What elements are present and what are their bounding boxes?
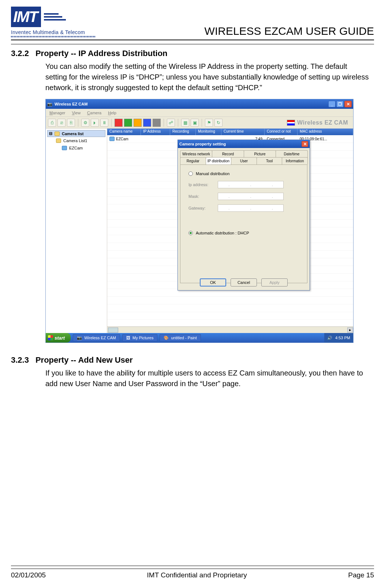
start-button[interactable]: start xyxy=(46,333,71,343)
section-heading-322: 3.2.2 Property -- IP Address Distributio… xyxy=(11,49,374,58)
toolbar-icon[interactable]: ▦ xyxy=(181,119,189,127)
tab-user[interactable]: User xyxy=(231,157,257,164)
footer-rule xyxy=(11,566,374,566)
menu-view[interactable]: View xyxy=(72,111,81,115)
tab-tool[interactable]: Tool xyxy=(257,157,283,164)
col-connect[interactable]: Connect or not xyxy=(265,129,298,135)
logo-block: IMT Inventec Multimedia & Telecom xyxy=(11,7,95,37)
horizontal-scrollbar[interactable]: ▸ xyxy=(107,326,353,333)
radio-icon[interactable] xyxy=(188,171,193,176)
col-ip-address[interactable]: IP Address xyxy=(141,129,170,135)
scroll-right-icon[interactable]: ▸ xyxy=(347,328,353,333)
color-swatch-icon[interactable] xyxy=(134,119,142,127)
col-monitoring[interactable]: Monitoring xyxy=(196,129,221,135)
cancel-button[interactable]: Cancel xyxy=(231,278,257,286)
window-title: Wireless EZ CAM xyxy=(55,102,87,106)
camera-icon: 📷 xyxy=(47,102,52,107)
color-swatch-icon[interactable] xyxy=(124,119,132,127)
toolbar-icon[interactable]: ⚑ xyxy=(205,119,213,127)
tab-picture[interactable]: Picture xyxy=(244,150,276,158)
minimize-button[interactable]: _ xyxy=(328,101,336,107)
radio-auto-dhcp[interactable]: Automatic distribution : DHCP xyxy=(188,231,299,235)
tab-record[interactable]: Record xyxy=(212,150,244,158)
footer-date: 02/01/2005 xyxy=(11,571,46,579)
field-gateway: Gateway: ... xyxy=(188,204,299,212)
tree-item-cameralist1[interactable]: Camera List1 xyxy=(47,137,105,144)
tab-ip-distribution[interactable]: IP distribution xyxy=(206,157,232,164)
tab-information[interactable]: Information xyxy=(282,157,308,164)
close-button[interactable]: ✕ xyxy=(344,101,352,107)
menu-camera[interactable]: Camera xyxy=(87,111,101,115)
tab-date-time[interactable]: Date/time xyxy=(276,150,308,158)
taskbar: start 📷 Wireless EZ CAM 🖼 My Pictures 🎨 … xyxy=(46,333,353,343)
taskbar-item-mypictures[interactable]: 🖼 My Pictures xyxy=(122,334,157,341)
color-swatch-icon[interactable] xyxy=(143,119,151,127)
toolbar-icon[interactable]: ↻ xyxy=(214,119,223,127)
dialog-close-button[interactable]: ✕ xyxy=(302,141,308,147)
camera-grid: Camera name IP Address Recording Monitor… xyxy=(107,129,353,333)
tab-regular[interactable]: Regular xyxy=(180,157,206,164)
radio-manual[interactable]: Manual distribution xyxy=(188,171,299,176)
toolbar-icon[interactable]: ⎚ xyxy=(57,119,66,127)
menu-manager[interactable]: Manager xyxy=(49,111,65,115)
menu-help[interactable]: Help xyxy=(108,111,116,115)
tabs-row-top: Wireless network Record Picture Date/tim… xyxy=(180,150,307,158)
section-heading-323: 3.2.3 Property -- Add New User xyxy=(11,355,374,365)
col-current-time[interactable]: Current time xyxy=(221,129,265,135)
maximize-button[interactable]: ❐ xyxy=(336,101,344,107)
system-tray[interactable]: 🔊 4:53 PM xyxy=(324,333,353,343)
paint-icon: 🎨 xyxy=(164,336,169,340)
logo-mark: IMT xyxy=(11,7,41,27)
toolbar: ⎙ ⎚ ⎘ ⚙ ⏵ ⏸ ☍ ▦ ▣ ⚑ ↻ Wireless EZ CAM xyxy=(46,117,353,129)
minus-icon: ⊟ xyxy=(49,131,52,136)
dialog-titlebar[interactable]: Camera property setting ✕ xyxy=(178,140,310,148)
toolbar-icon[interactable]: ⎙ xyxy=(48,119,56,127)
camera-icon xyxy=(62,146,67,150)
tab-wireless-network[interactable]: Wireless network xyxy=(180,150,212,158)
ip-address-input[interactable]: ... xyxy=(218,181,284,188)
page-footer: 02/01/2005 IMT Confidential and Propriet… xyxy=(11,569,374,579)
taskbar-item-ezcam[interactable]: 📷 Wireless EZ CAM xyxy=(73,334,120,341)
grid-header: Camera name IP Address Recording Monitor… xyxy=(107,129,353,135)
folder-icon xyxy=(56,138,61,143)
scrollbar-thumb[interactable] xyxy=(108,328,118,333)
dialog-title: Camera property setting xyxy=(179,142,226,146)
app-icon: 📷 xyxy=(77,336,82,340)
section-number: 3.2.2 xyxy=(11,49,29,58)
toolbar-icon[interactable]: ☍ xyxy=(167,119,175,127)
toolbar-icon[interactable]: ⏸ xyxy=(100,119,108,127)
toolbar-icon[interactable]: ⎘ xyxy=(67,119,75,127)
tabs-row-bottom: Regular IP distribution User Tool Inform… xyxy=(180,157,307,164)
camera-icon xyxy=(109,137,115,141)
color-swatch-icon[interactable] xyxy=(153,119,161,127)
toolbar-icon[interactable]: ▣ xyxy=(191,119,199,127)
sidebar-tree: ⊟ Camera list Camera List1 EZCam xyxy=(46,129,107,333)
tree-item-ezcam[interactable]: EZCam xyxy=(47,144,105,152)
gateway-input[interactable]: ... xyxy=(218,204,284,212)
tree-root[interactable]: ⊟ Camera list xyxy=(47,130,105,137)
radio-icon[interactable] xyxy=(188,231,193,235)
clock: 4:53 PM xyxy=(335,336,350,340)
field-mask: Mask: ... xyxy=(188,193,299,200)
logo-subtitle: Inventec Multimedia & Telecom xyxy=(11,29,95,35)
logo-stripes-icon xyxy=(44,13,66,21)
document-title: WIRELESS EZCAM USER GUIDE xyxy=(205,25,374,37)
page-header: IMT Inventec Multimedia & Telecom WIRELE… xyxy=(11,0,374,40)
col-camera-name[interactable]: Camera name xyxy=(107,129,141,135)
ok-button[interactable]: OK xyxy=(200,278,226,286)
screenshot-figure: 📷 Wireless EZ CAM _ ❐ ✕ Manager View Cam… xyxy=(45,99,354,343)
camera-property-dialog: Camera property setting ✕ Wireless netwo… xyxy=(177,140,310,291)
col-mac[interactable]: MAC address xyxy=(298,129,353,135)
apply-button[interactable]: Apply xyxy=(261,278,288,286)
mask-input[interactable]: ... xyxy=(218,193,284,200)
tray-icon[interactable]: 🔊 xyxy=(327,336,332,340)
col-recording[interactable]: Recording xyxy=(170,129,196,135)
toolbar-icon[interactable]: ⏵ xyxy=(91,119,99,127)
section-body-323: If you like to have the ability for mult… xyxy=(45,368,370,389)
window-titlebar[interactable]: 📷 Wireless EZ CAM _ ❐ ✕ xyxy=(46,99,353,109)
folder-icon xyxy=(55,132,60,136)
taskbar-item-paint[interactable]: 🎨 untitled - Paint xyxy=(160,334,201,341)
color-swatch-icon[interactable] xyxy=(115,119,123,127)
header-rule xyxy=(11,44,374,44)
toolbar-icon[interactable]: ⚙ xyxy=(81,119,89,127)
